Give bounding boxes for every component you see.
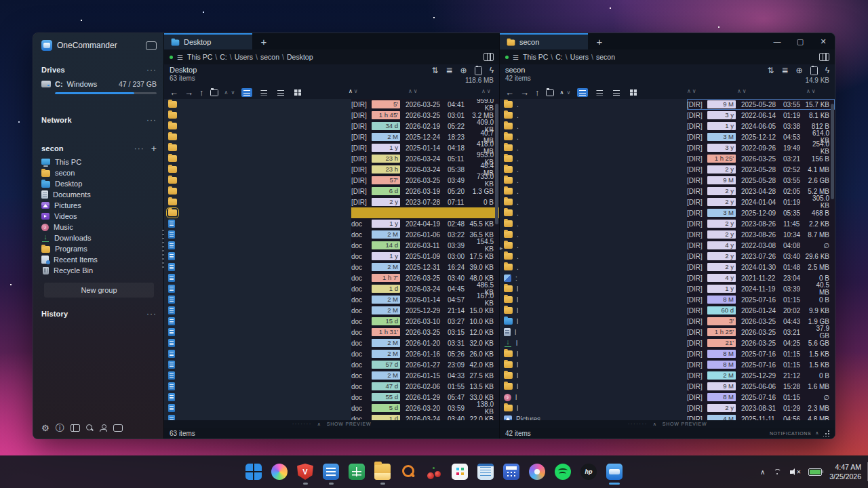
file-row[interactable]: doc2 M2026-01-2003:3132.0 KB — [164, 338, 499, 348]
breadcrumb-segment[interactable]: Desktop — [287, 53, 313, 61]
clipboard-icon[interactable] — [475, 66, 482, 75]
view-list-icon[interactable] — [577, 88, 588, 97]
file-row[interactable]: l[DIR]9 M2025-06-0615:281.6 MB — [500, 381, 835, 392]
secon-add-icon[interactable]: + — [151, 144, 157, 153]
network-menu-icon[interactable]: ··· — [146, 115, 157, 125]
drive-c-row[interactable]: C: Windows 47 / 237 GB — [41, 78, 157, 90]
file-row[interactable]: .[DIR]9 M2025-05-2803:552.6 GB — [500, 175, 835, 186]
file-row[interactable]: [DIR]5'2026-03-2504:41959.0 KB — [164, 99, 499, 110]
view-grid-icon[interactable] — [292, 88, 303, 97]
volume-muted-icon[interactable] — [790, 468, 801, 476]
group-by-icon[interactable]: ≣ — [446, 66, 453, 75]
view-grid-icon[interactable] — [628, 88, 639, 97]
taskbar-antivirus-icon[interactable]: V — [296, 460, 314, 483]
sort-date-icons[interactable]: ∧∨ — [737, 88, 748, 94]
up-icon[interactable]: ↑ — [199, 87, 204, 98]
network-section-header[interactable]: Network ··· — [41, 113, 157, 127]
expand-collapse-icons[interactable]: ∧ ∨ — [224, 89, 236, 96]
breadcrumb-segment[interactable]: Users — [570, 53, 589, 61]
tab-desktop[interactable]: Desktop — [164, 33, 252, 49]
new-folder-icon[interactable] — [546, 89, 554, 96]
sort-date-icons[interactable]: ∧∨ — [408, 88, 419, 94]
file-row[interactable]: l[DIR]8 M2025-07-1601:151.5 KB — [500, 348, 835, 359]
flash-icon[interactable]: ϟ — [490, 66, 494, 75]
add-filter-icon[interactable]: ⊕ — [460, 66, 467, 75]
taskbar-spotify-icon[interactable] — [554, 460, 572, 483]
settings-gear-icon[interactable]: ⚙ — [41, 424, 50, 432]
taskbar-explorer-icon[interactable] — [374, 460, 391, 483]
file-row[interactable]: Pictures[DIR]4 M2025-11-1104:564.8 MB — [500, 413, 835, 420]
file-row[interactable] — [164, 207, 499, 218]
sidebar-item-videos[interactable]: Videos — [41, 211, 157, 222]
view-columns-icon[interactable] — [258, 88, 269, 97]
back-icon[interactable]: ← — [505, 87, 514, 98]
history-section-header[interactable]: History ··· — [41, 307, 157, 321]
breadcrumb[interactable]: This PC\C:\Users\secon — [523, 53, 615, 61]
taskbar-hp-icon[interactable]: hp — [580, 460, 597, 483]
file-row[interactable]: doc1 y2024-04-1902:4845.5 KB — [164, 218, 499, 229]
file-row[interactable]: doc15 d2026-03-1003:2710.0 KB — [164, 316, 499, 327]
file-row[interactable]: doc57 d2026-01-2723:0942.0 KB — [164, 359, 499, 370]
view-list-icon[interactable] — [241, 88, 252, 97]
columns-icon[interactable] — [819, 53, 829, 61]
file-row[interactable]: [DIR]23 h2026-03-2405:3848.4 MB — [164, 164, 499, 175]
notifications-label[interactable]: NOTIFICATIONS — [770, 431, 811, 436]
preview-handle[interactable]: ······· — [292, 421, 312, 427]
sidebar-item-programs[interactable]: Programs — [41, 243, 157, 254]
breadcrumb-segment[interactable]: C: — [555, 53, 563, 61]
file-row[interactable]: l[DIR]1 h 25'2026-03-2503:2137.9 GB — [500, 327, 835, 338]
file-row[interactable]: l[DIR]8 M2025-07-1601:150 B — [500, 294, 835, 305]
drives-section-header[interactable]: Drives ··· — [41, 63, 157, 77]
secon-menu-icon[interactable]: ··· — [134, 144, 144, 153]
file-row[interactable]: doc5 d2026-03-2003:59138.0 KB — [164, 403, 499, 413]
file-row[interactable]: .[DIR]2 y2023-08-2610:348.7 MB — [500, 229, 835, 240]
file-row[interactable]: doc14 d2026-03-1103:39154.5 KB — [164, 240, 499, 251]
close-button[interactable]: ✕ — [812, 33, 835, 49]
view-columns-icon[interactable] — [594, 88, 605, 97]
file-row[interactable]: .[DIR]2 y2024-01-0401:19305.0 KB — [500, 197, 835, 207]
file-row[interactable]: [DIR]57'2026-03-2503:49733.0 KB — [164, 175, 499, 186]
breadcrumb-segment[interactable]: This PC — [187, 53, 212, 61]
new-group-button[interactable]: New group — [44, 283, 154, 298]
file-row[interactable]: l[DIR]60 d2026-01-2420:029.9 KB — [500, 305, 835, 316]
notifications-chevron-icon[interactable]: ∧ — [815, 430, 819, 436]
breadcrumb[interactable]: This PC\C:\Users\secon\Desktop — [187, 53, 313, 61]
secon-section-header[interactable]: secon ··· + — [41, 142, 157, 155]
view-details-icon[interactable] — [275, 88, 286, 97]
sidebar-item-downloads[interactable]: Downloads — [41, 232, 157, 243]
taskbar-slack-icon[interactable] — [451, 460, 469, 483]
sidebar-item-this-pc[interactable]: This PC — [41, 157, 157, 167]
wifi-icon[interactable] — [772, 468, 783, 476]
file-row[interactable]: doc2 M2026-01-0603:2236.5 KB — [164, 229, 499, 240]
search-icon[interactable] — [86, 424, 94, 432]
taskbar-paint-icon[interactable] — [528, 460, 546, 483]
forward-icon[interactable]: → — [520, 87, 529, 98]
file-row[interactable]: doc2 M2026-01-1605:2626.0 KB — [164, 348, 499, 359]
file-row[interactable]: .[DIR]2 y2024-01-3001:482.5 MB — [500, 262, 835, 272]
file-row[interactable]: [DIR]1 y2025-01-1404:18418.0 MB — [164, 142, 499, 153]
sidebar-item-desktop[interactable]: Desktop — [41, 178, 157, 189]
left-scrollbar[interactable] — [495, 100, 498, 419]
file-row[interactable]: l[DIR]8 M2025-07-1601:15∅ — [500, 392, 835, 403]
file-row[interactable]: .[DIR]2 y2023-04-2802:055.2 MB — [500, 186, 835, 197]
layout-cards-icon[interactable] — [71, 424, 80, 432]
add-tab-button[interactable]: + — [588, 33, 611, 49]
add-filter-icon[interactable]: ⊕ — [796, 66, 803, 75]
sidebar-item-music[interactable]: Music — [41, 222, 157, 232]
taskbar-calculator-icon[interactable] — [502, 460, 520, 483]
flash-icon[interactable]: ϟ — [825, 66, 829, 75]
sort-age-icons[interactable]: ∧∨ — [349, 88, 359, 94]
file-row[interactable]: [DIR]6 d2026-03-1905:201.3 GB — [164, 186, 499, 197]
file-row[interactable]: l[DIR]21'2026-03-2504:255.6 GB — [500, 338, 835, 348]
file-row[interactable]: .[DIR]4 y2022-03-0804:08∅ — [500, 240, 835, 251]
expand-collapse-icons[interactable]: ∧ ∨ — [560, 89, 572, 96]
view-details-icon[interactable] — [611, 88, 622, 97]
taskbar-copilot-icon[interactable] — [271, 460, 288, 483]
columns-icon[interactable] — [484, 53, 494, 61]
breadcrumb-segment[interactable]: secon — [260, 53, 279, 61]
maximize-button[interactable]: ▢ — [789, 33, 812, 49]
file-row[interactable]: doc47 d2026-02-0601:5513.5 KB — [164, 381, 499, 392]
file-row[interactable]: l[DIR]2 y2023-08-3101:292.3 MB — [500, 403, 835, 413]
file-row[interactable]: l[DIR]1 y2024-11-1903:3940.5 MB — [500, 283, 835, 294]
file-row[interactable]: .[DIR]2 y2023-08-2611:452.2 KB — [500, 218, 835, 229]
